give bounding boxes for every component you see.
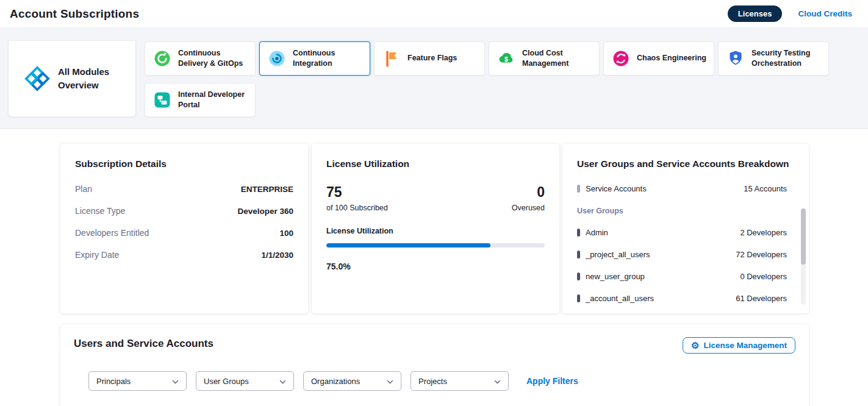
tab-cloud-credits[interactable]: Cloud Credits — [798, 9, 852, 18]
detail-label: License Type — [75, 206, 125, 216]
subscribed-count: 75 — [326, 184, 388, 201]
detail-value: 100 — [279, 229, 293, 238]
subscribed-count-block: 75 of 100 Subscribed — [326, 184, 388, 212]
header-tabs: Licenses Cloud Credits — [728, 5, 852, 22]
organizations-filter-select[interactable]: Organizations — [303, 371, 401, 391]
apply-filters-button[interactable]: Apply Filters — [526, 376, 578, 386]
user-groups-header: User Groups — [577, 207, 794, 215]
user-group-row: new_user_group 0 Developers — [577, 272, 794, 281]
detail-row-plan: Plan ENTERPRISE — [75, 178, 293, 200]
group-label: _account_all_users — [586, 294, 654, 303]
select-value: User Groups — [204, 377, 249, 386]
account-subscriptions-page: Account Subscriptions Licenses Cloud Cre… — [0, 0, 868, 406]
gear-icon: ⚙ — [691, 341, 699, 350]
user-groups-filter-select[interactable]: User Groups — [196, 371, 294, 391]
breakdown-title: User Groups and Service Accounts Breakdo… — [577, 158, 794, 169]
license-utilization-title: License Utilization — [326, 158, 545, 169]
filters-row: Principals User Groups Organizations Pro… — [88, 371, 795, 391]
module-card-security-testing[interactable]: Security Testing Orchestration — [718, 41, 829, 76]
detail-row-expiry-date: Expiry Date 1/1/2030 — [75, 244, 293, 266]
breakdown-card: User Groups and Service Accounts Breakdo… — [562, 144, 809, 313]
group-value: 72 Developers — [736, 250, 794, 259]
utilization-progress-bar — [326, 243, 545, 248]
group-label: _project_all_users — [586, 250, 650, 259]
user-group-row: Admin 2 Developers — [577, 228, 794, 237]
utilization-counts: 75 of 100 Subscribed 0 Overused — [326, 184, 545, 212]
module-card-internal-developer-portal[interactable]: Internal Developer Portal — [145, 83, 256, 117]
tab-licenses[interactable]: Licenses — [728, 5, 783, 22]
subscription-details-title: Subscription Details — [75, 158, 293, 169]
license-management-button[interactable]: ⚙ License Management — [683, 337, 795, 354]
module-label: Cloud Cost Management — [522, 48, 594, 69]
all-modules-overview-label: All Modules Overview — [58, 65, 131, 92]
subscription-details-rows: Plan ENTERPRISE License Type Developer 3… — [75, 178, 293, 266]
user-group-row: _project_all_users 72 Developers — [577, 250, 794, 259]
group-label: new_user_group — [586, 272, 645, 281]
license-utilization-card: License Utilization 75 of 100 Subscribed… — [312, 144, 559, 313]
module-card-chaos-engineering[interactable]: Chaos Engineering — [603, 41, 714, 76]
page-title: Account Subscriptions — [10, 7, 139, 21]
page-header: Account Subscriptions Licenses Cloud Cre… — [0, 0, 868, 28]
legend-tick-icon — [577, 229, 580, 237]
detail-value: Developer 360 — [237, 207, 293, 216]
detail-value: 1/1/2030 — [261, 251, 293, 260]
subscription-details-card: Subscription Details Plan ENTERPRISE Lic… — [60, 144, 308, 313]
module-label: Feature Flags — [407, 53, 457, 63]
module-card-cloud-cost[interactable]: $ Cloud Cost Management — [489, 41, 600, 76]
group-label: Admin — [586, 228, 608, 237]
service-accounts-row: Service Accounts 15 Accounts — [577, 184, 794, 193]
harness-logo-icon — [24, 66, 50, 91]
legend-tick-icon — [577, 251, 580, 258]
select-value: Organizations — [311, 377, 360, 386]
feature-flags-module-icon — [382, 49, 401, 68]
idp-module-icon — [153, 91, 171, 109]
select-value: Principals — [96, 377, 131, 386]
service-accounts-label: Service Accounts — [586, 184, 647, 193]
cd-module-icon — [153, 49, 171, 68]
module-label: Continuous Integration — [293, 48, 365, 69]
module-label: Chaos Engineering — [637, 53, 706, 63]
detail-row-license-type: License Type Developer 360 — [75, 200, 293, 222]
security-testing-module-icon — [726, 49, 745, 68]
module-card-feature-flags[interactable]: Feature Flags — [374, 41, 485, 76]
group-value: 2 Developers — [740, 228, 794, 237]
module-card-continuous-integration[interactable]: Continuous Integration — [259, 41, 370, 76]
legend-tick-icon — [577, 272, 580, 280]
module-card-continuous-delivery[interactable]: Continuous Delivery & GitOps — [145, 41, 256, 76]
breakdown-scrollbar[interactable] — [801, 208, 806, 305]
projects-filter-select[interactable]: Projects — [411, 371, 509, 391]
module-label: Security Testing Orchestration — [751, 48, 823, 69]
group-value: 61 Developers — [736, 294, 794, 303]
chaos-module-icon — [612, 49, 630, 68]
detail-label: Plan — [75, 184, 92, 194]
subscribed-caption: of 100 Subscribed — [326, 204, 388, 212]
service-accounts-value: 15 Accounts — [744, 184, 794, 193]
license-management-label: License Management — [703, 341, 787, 350]
users-and-service-accounts-card: Users and Service Accounts ⚙ License Man… — [60, 324, 809, 406]
detail-label: Developers Entitled — [75, 228, 149, 238]
module-selector-band: All Modules Overview Continuous Delivery… — [0, 28, 868, 129]
group-value: 0 Developers — [740, 272, 794, 281]
module-label: Continuous Delivery & GitOps — [178, 48, 250, 69]
legend-tick-icon — [577, 185, 580, 193]
chevron-down-icon — [172, 377, 179, 386]
select-value: Projects — [418, 377, 447, 386]
user-group-row: _account_all_users 61 Developers — [577, 294, 794, 303]
ci-module-icon — [268, 49, 286, 68]
detail-value: ENTERPRISE — [241, 185, 293, 194]
all-modules-overview-card[interactable]: All Modules Overview — [8, 40, 136, 117]
legend-tick-icon — [577, 294, 580, 302]
utilization-percent-label: 75.0% — [326, 262, 545, 271]
chevron-down-icon — [387, 377, 393, 386]
cloud-cost-module-icon: $ — [497, 49, 515, 68]
scrollbar-thumb[interactable] — [801, 208, 806, 265]
overused-count: 0 — [512, 184, 545, 201]
utilization-progress-fill — [326, 243, 490, 248]
module-label: Internal Developer Portal — [178, 90, 250, 111]
svg-text:$: $ — [504, 55, 508, 63]
utilization-bar-label: License Utilization — [326, 227, 545, 235]
principals-filter-select[interactable]: Principals — [88, 371, 187, 391]
detail-row-developers-entitled: Developers Entitled 100 — [75, 222, 293, 244]
overused-caption: Overused — [512, 204, 545, 212]
detail-label: Expiry Date — [75, 250, 119, 260]
